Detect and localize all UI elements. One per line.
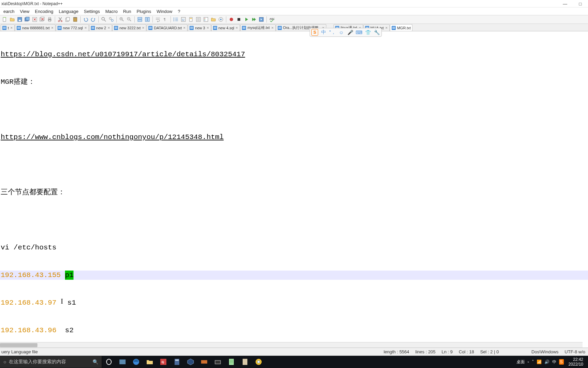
task-app-1[interactable]	[116, 356, 129, 368]
systray-double-chevron-icon[interactable]: »	[527, 361, 529, 364]
monitoring-button[interactable]	[217, 16, 224, 23]
horizontal-scrollbar[interactable]	[0, 342, 583, 348]
maximize-button[interactable]: □	[573, 0, 588, 7]
systray-desktop[interactable]: 桌面	[517, 359, 525, 365]
sync-horiz-button[interactable]	[144, 16, 151, 23]
ime-emoji-icon[interactable]: ☺	[338, 29, 345, 36]
tab-7[interactable]: new 4.sql✕	[211, 24, 240, 31]
func-list-button[interactable]	[202, 16, 209, 23]
tab-2[interactable]: new 772.sql✕	[56, 24, 89, 31]
save-button[interactable]	[16, 16, 23, 23]
record-macro-button[interactable]	[228, 16, 235, 23]
zoom-in-button[interactable]	[118, 16, 125, 23]
menu-settings[interactable]: Settings	[81, 8, 103, 15]
cut-button[interactable]	[57, 16, 64, 23]
chrome-icon[interactable]	[252, 356, 265, 368]
close-icon[interactable]: ✕	[235, 26, 238, 30]
tab-1[interactable]: new 8888881.txt✕	[15, 24, 55, 31]
tab-8[interactable]: mysql运维.txt✕	[240, 24, 275, 31]
open-file-button[interactable]	[9, 16, 16, 23]
ime-lang[interactable]: 中	[320, 29, 327, 36]
zoom-out-button[interactable]	[126, 16, 133, 23]
menu-help[interactable]: ?	[175, 8, 183, 15]
ime-skin-icon[interactable]: 👕	[364, 29, 371, 36]
tab-0[interactable]: t✕	[1, 24, 15, 31]
indent-guide-button[interactable]	[173, 16, 179, 23]
virtualbox-icon[interactable]	[184, 356, 197, 368]
play-macro-button[interactable]	[243, 16, 250, 23]
menu-view[interactable]: View	[17, 8, 32, 15]
editor-link[interactable]: https://blog.csdn.net/u010719917/article…	[1, 50, 245, 59]
systray-volume-icon[interactable]: 🔊	[544, 359, 550, 364]
editor-link[interactable]: https://www.cnblogs.com/nothingonyou/p/1…	[1, 133, 224, 142]
menu-plugins[interactable]: Plugins	[134, 8, 154, 15]
sync-vert-button[interactable]	[136, 16, 143, 23]
systray-ime-icon[interactable]: 中	[552, 359, 556, 365]
menu-search[interactable]: earch	[1, 8, 17, 15]
close-icon[interactable]: ✕	[108, 26, 110, 30]
tab-6[interactable]: new 3✕	[188, 24, 211, 31]
notepadpp-icon[interactable]	[225, 356, 238, 368]
scrollbar-thumb[interactable]	[0, 343, 37, 347]
ime-keyboard-icon[interactable]: ⌨	[356, 29, 362, 36]
print-button[interactable]	[46, 16, 53, 23]
close-icon[interactable]: ✕	[10, 26, 13, 30]
task-app-10[interactable]	[238, 356, 252, 368]
doc-list-button[interactable]	[195, 16, 202, 23]
replace-button[interactable]	[108, 16, 115, 23]
doc-map-button[interactable]	[187, 16, 194, 23]
folder-workspace-button[interactable]	[210, 16, 217, 23]
copy-button[interactable]	[64, 16, 71, 23]
close-file-button[interactable]	[31, 16, 38, 23]
file-explorer-icon[interactable]	[143, 356, 157, 368]
task-app-7[interactable]	[197, 356, 211, 368]
udl-button[interactable]: U	[180, 16, 187, 23]
new-file-button[interactable]	[1, 16, 8, 23]
calculator-icon[interactable]	[170, 356, 184, 368]
taskbar-search[interactable]: ○ 在这里输入你要搜索的内容 🔍	[0, 356, 102, 368]
close-icon[interactable]: ✕	[142, 26, 145, 30]
close-icon[interactable]: ✕	[385, 26, 388, 30]
close-icon[interactable]: ✕	[84, 26, 87, 30]
systray-network-icon[interactable]: 📶	[537, 359, 542, 364]
menu-run[interactable]: Run	[120, 8, 134, 15]
systray-chevron-up-icon[interactable]: ˄	[532, 359, 534, 364]
ime-mic-icon[interactable]: 🎤	[347, 29, 354, 36]
find-button[interactable]	[100, 16, 107, 23]
ime-toolbar[interactable]: S 中 °， ☺ 🎤 ⌨ 👕 🔧	[310, 28, 382, 37]
show-all-chars-button[interactable]: ¶	[162, 16, 169, 23]
paste-button[interactable]	[72, 16, 79, 23]
sogou-icon[interactable]: S	[311, 29, 318, 36]
tab-3[interactable]: new 2✕	[89, 24, 112, 31]
ime-punct-icon[interactable]: °，	[329, 29, 336, 36]
close-icon[interactable]: ✕	[51, 26, 54, 30]
task-app-8[interactable]	[211, 356, 225, 368]
stop-macro-button[interactable]	[235, 16, 242, 23]
menu-encoding[interactable]: Encoding	[32, 8, 56, 15]
menu-window[interactable]: Window	[154, 8, 175, 15]
spellcheck-button[interactable]: ABC	[268, 16, 275, 23]
close-icon[interactable]: ✕	[183, 26, 186, 30]
systray-sogou-icon[interactable]: S	[559, 359, 564, 365]
play-multi-button[interactable]	[250, 16, 257, 23]
menu-language[interactable]: Language	[56, 8, 81, 15]
edge-icon[interactable]	[129, 356, 143, 368]
close-icon[interactable]: ✕	[271, 26, 274, 30]
save-all-button[interactable]	[24, 16, 31, 23]
cortana-icon[interactable]	[102, 356, 116, 368]
ime-tool-icon[interactable]: 🔧	[373, 29, 380, 36]
save-macro-button[interactable]	[258, 16, 265, 23]
minimize-button[interactable]: —	[557, 0, 573, 7]
wrap-button[interactable]	[154, 16, 161, 23]
task-app-4[interactable]: 每	[157, 356, 170, 368]
editor[interactable]: https://blog.csdn.net/u010719917/article…	[0, 31, 588, 348]
systray-clock[interactable]: 22:42 2022/10	[567, 357, 585, 367]
menu-macro[interactable]: Macro	[103, 8, 120, 15]
tab-12[interactable]: MGR.txt	[390, 24, 412, 31]
close-all-button[interactable]	[39, 16, 46, 23]
undo-button[interactable]	[82, 16, 89, 23]
tab-5[interactable]: DATAGUARD.txt✕	[147, 24, 187, 31]
redo-button[interactable]	[90, 16, 97, 23]
tab-4[interactable]: new 3222.txt✕	[112, 24, 146, 31]
close-icon[interactable]: ✕	[207, 26, 209, 30]
